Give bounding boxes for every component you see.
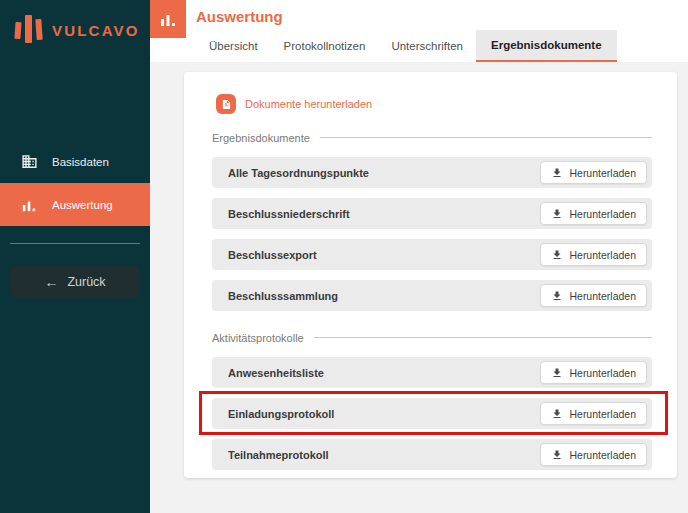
document-row: Beschlussniederschrift Herunterladen [212, 198, 652, 229]
document-sections: Ergebnisdokumente Alle Tagesordnungspunk… [212, 130, 652, 470]
download-button[interactable]: Herunterladen [540, 361, 647, 384]
document-section: Ergebnisdokumente Alle Tagesordnungspunk… [212, 130, 652, 311]
download-button-label: Herunterladen [569, 408, 636, 420]
document-row-label: Einladungsprotokoll [228, 408, 334, 420]
download-button-label: Herunterladen [569, 367, 636, 379]
download-button-label: Herunterladen [569, 290, 636, 302]
download-button-label: Herunterladen [569, 208, 636, 220]
download-icon [551, 408, 563, 420]
sidebar: VULCAVO Basisdaten Auswertung ← Zurück [0, 0, 150, 513]
document-row: Alle Tagesordnungspunkte Herunterladen [212, 157, 652, 188]
section-rows: Anwesenheitsliste Herunterladen Einladun… [212, 357, 652, 470]
download-button[interactable]: Herunterladen [540, 202, 647, 225]
vulcavo-bars-icon [14, 13, 44, 47]
back-button-label: Zurück [67, 275, 105, 289]
back-button[interactable]: ← Zurück [10, 265, 140, 298]
sidebar-nav: Basisdaten Auswertung [0, 140, 150, 226]
document-row-label: Beschlussniederschrift [228, 208, 350, 220]
download-button-label: Herunterladen [569, 449, 636, 461]
section-rows: Alle Tagesordnungspunkte Herunterladen B… [212, 157, 652, 311]
page-header: Auswertung [150, 0, 688, 30]
document-row: Anwesenheitsliste Herunterladen [212, 357, 652, 388]
download-button[interactable]: Herunterladen [540, 243, 647, 266]
document-section: Aktivitätsprotokolle Anwesenheitsliste H… [212, 330, 652, 470]
section-label: Ergebnisdokumente [212, 132, 310, 144]
document-row: Beschlusssammlung Herunterladen [212, 280, 652, 311]
document-row: Beschlussexport Herunterladen [212, 239, 652, 270]
brand-name: VULCAVO [52, 22, 140, 39]
download-button-label: Herunterladen [569, 167, 636, 179]
bar-chart-icon [20, 196, 38, 214]
document-row-label: Anwesenheitsliste [228, 367, 324, 379]
back-arrow-icon: ← [44, 275, 58, 289]
download-button[interactable]: Herunterladen [540, 161, 647, 184]
section-label: Aktivitätsprotokolle [212, 332, 304, 344]
section-divider-line [320, 137, 652, 138]
sidebar-item-basisdaten[interactable]: Basisdaten [0, 140, 150, 183]
bar-chart-icon [150, 0, 186, 38]
download-icon [551, 208, 563, 220]
document-row-label: Beschlussexport [228, 249, 317, 261]
download-button[interactable]: Herunterladen [540, 443, 647, 466]
document-icon [216, 94, 236, 114]
sidebar-divider [10, 243, 140, 244]
page-title: Auswertung [196, 8, 283, 25]
section-header: Ergebnisdokumente [212, 130, 652, 145]
download-icon [551, 167, 563, 179]
download-icon [551, 249, 563, 261]
download-button[interactable]: Herunterladen [540, 284, 647, 307]
document-row-label: Alle Tagesordnungspunkte [228, 167, 369, 179]
tab-uebersicht[interactable]: Übersicht [196, 30, 271, 62]
document-row: Teilnahmeprotokoll Herunterladen [212, 439, 652, 470]
download-documents-label: Dokumente herunterladen [245, 98, 372, 110]
download-icon [551, 367, 563, 379]
section-divider-line [314, 337, 652, 338]
brand-logo: VULCAVO [14, 13, 140, 47]
documents-card: Dokumente herunterladen Ergebnisdokument… [184, 72, 677, 478]
sidebar-item-auswertung[interactable]: Auswertung [0, 183, 150, 226]
download-icon [551, 449, 563, 461]
main-area: Dokumente herunterladen Ergebnisdokument… [150, 62, 688, 513]
document-row: Einladungsprotokoll Herunterladen [212, 398, 652, 429]
app-window: VULCAVO Basisdaten Auswertung ← Zurück [0, 0, 688, 513]
download-documents-link[interactable]: Dokumente herunterladen [216, 94, 652, 114]
sidebar-item-label: Basisdaten [52, 156, 109, 168]
tab-protokollnotizen[interactable]: Protokollnotizen [271, 30, 379, 62]
document-row-label: Beschlusssammlung [228, 290, 338, 302]
building-icon [20, 153, 38, 171]
tab-unterschriften[interactable]: Unterschriften [378, 30, 476, 62]
download-icon [551, 290, 563, 302]
tab-ergebnisdokumente[interactable]: Ergebnisdokumente [476, 30, 617, 62]
document-row-label: Teilnahmeprotokoll [228, 449, 329, 461]
tab-bar: Übersicht Protokollnotizen Unterschrifte… [186, 30, 688, 62]
sidebar-item-label: Auswertung [52, 199, 113, 211]
download-button-label: Herunterladen [569, 249, 636, 261]
download-button[interactable]: Herunterladen [540, 402, 647, 425]
section-header: Aktivitätsprotokolle [212, 330, 652, 345]
